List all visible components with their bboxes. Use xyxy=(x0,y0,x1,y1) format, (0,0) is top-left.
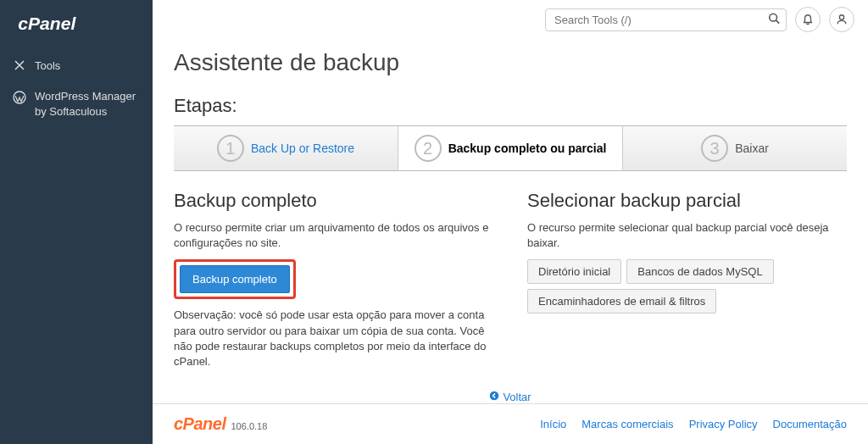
full-backup-description: O recurso permite criar um arquivamento … xyxy=(174,220,493,251)
full-backup-column: Backup completo O recurso permite criar … xyxy=(174,190,493,369)
search-input[interactable] xyxy=(545,8,787,31)
steps-label: Etapas: xyxy=(174,95,847,117)
footer-logo[interactable]: cPanel xyxy=(174,414,225,434)
footer-link-privacy[interactable]: Privacy Policy xyxy=(689,418,758,430)
back-link-wrap: Voltar xyxy=(174,390,847,403)
step-label: Baixar xyxy=(735,142,769,155)
search-icon[interactable] xyxy=(768,13,780,27)
footer-version: 106.0.18 xyxy=(231,421,267,431)
user-button[interactable] xyxy=(829,7,854,32)
full-backup-button[interactable]: Backup completo xyxy=(180,265,290,293)
highlight-annotation: Backup completo xyxy=(174,259,296,299)
sidebar-item-label: WordPress Manager by Softaculous xyxy=(35,89,140,119)
back-link-label: Voltar xyxy=(503,391,531,403)
partial-backup-description: O recurso permite selecionar qual backup… xyxy=(527,220,847,251)
wordpress-icon xyxy=(13,91,26,104)
partial-option-mysql[interactable]: Bancos de dados MySQL xyxy=(626,259,773,284)
back-arrow-icon xyxy=(489,391,499,402)
page-title: Assistente de backup xyxy=(174,49,847,76)
partial-backup-column: Selecionar backup parcial O recurso perm… xyxy=(527,190,847,369)
step-1[interactable]: 1 Back Up or Restore xyxy=(174,126,398,170)
tools-icon xyxy=(13,58,26,72)
sidebar-item-tools[interactable]: Tools xyxy=(0,50,153,80)
cpanel-logo[interactable]: cPanel xyxy=(0,8,153,50)
step-3[interactable]: 3 Baixar xyxy=(623,126,847,170)
step-number: 3 xyxy=(701,135,728,162)
footer: cPanel 106.0.18 Início Marcas comerciais… xyxy=(153,403,868,444)
sidebar-item-label: Tools xyxy=(35,59,60,72)
step-label: Backup completo ou parcial xyxy=(448,142,607,155)
step-2[interactable]: 2 Backup completo ou parcial xyxy=(398,126,623,170)
notifications-button[interactable] xyxy=(795,7,821,32)
svg-point-4 xyxy=(490,391,499,401)
full-backup-heading: Backup completo xyxy=(174,190,493,212)
step-label: Back Up or Restore xyxy=(251,142,354,155)
full-backup-note: Observação: você só pode usar esta opção… xyxy=(174,308,493,369)
step-number: 1 xyxy=(217,135,244,162)
footer-link-docs[interactable]: Documentação xyxy=(773,418,847,430)
svg-point-3 xyxy=(839,15,843,19)
svg-point-2 xyxy=(770,14,777,21)
sidebar-item-wordpress[interactable]: WordPress Manager by Softaculous xyxy=(0,80,153,128)
topbar xyxy=(153,0,868,39)
partial-backup-heading: Selecionar backup parcial xyxy=(527,190,847,212)
partial-option-home-dir[interactable]: Diretório inicial xyxy=(527,259,621,284)
steps-bar: 1 Back Up or Restore 2 Backup completo o… xyxy=(174,125,847,171)
footer-link-trademarks[interactable]: Marcas comerciais xyxy=(581,418,673,430)
step-number: 2 xyxy=(415,135,442,162)
partial-option-email-forwarders[interactable]: Encaminhadores de email & filtros xyxy=(527,289,716,314)
sidebar: cPanel Tools WordPress Manager by Softac… xyxy=(0,0,153,444)
search-wrap xyxy=(545,8,787,31)
footer-link-home[interactable]: Início xyxy=(540,418,566,430)
back-link[interactable]: Voltar xyxy=(489,391,531,403)
svg-text:cPanel: cPanel xyxy=(18,14,76,33)
